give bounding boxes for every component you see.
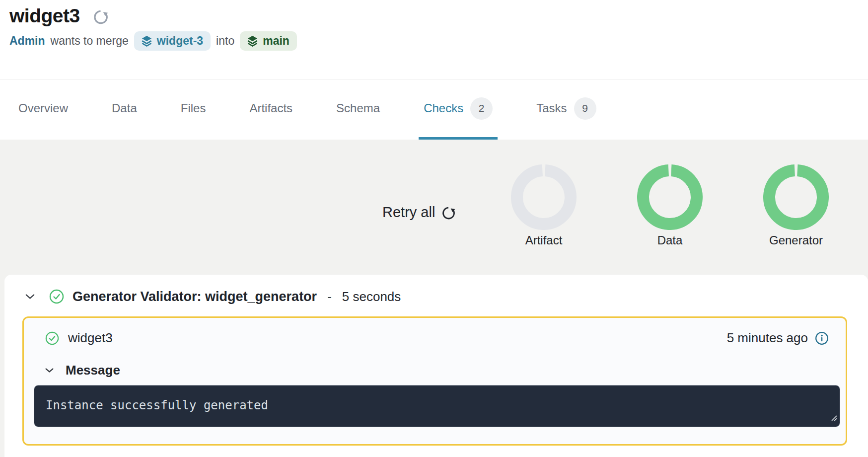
info-icon[interactable]: [815, 331, 829, 345]
checks-summary-section: Retry all Artifact Data Generator: [0, 140, 868, 275]
target-branch-name: main: [263, 34, 289, 48]
message-output-textarea[interactable]: Instance successfully generated: [34, 385, 840, 427]
chevron-down-icon[interactable]: [45, 368, 54, 373]
tab-bar: Overview Data Files Artifacts Schema Che…: [0, 79, 868, 140]
check-title: Generator Validator: widget_generator: [72, 289, 317, 305]
checks-detail-card: Generator Validator: widget_generator - …: [4, 275, 868, 457]
result-timestamp: 5 minutes ago: [727, 330, 808, 346]
tab-label: Checks: [424, 101, 463, 115]
author-link[interactable]: Admin: [9, 34, 45, 48]
tab-label: Tasks: [536, 101, 567, 115]
donut-ring-pending: [511, 164, 577, 230]
message-output-container: Instance successfully generated: [34, 385, 840, 427]
donut-label: Data: [657, 233, 683, 247]
source-branch-badge[interactable]: widget-3: [134, 31, 211, 51]
tab-files[interactable]: Files: [176, 79, 211, 140]
retry-icon: [441, 206, 455, 220]
check-duration: 5 seconds: [342, 289, 401, 305]
tab-label: Data: [112, 101, 137, 115]
tab-label: Overview: [18, 101, 68, 115]
tab-artifacts[interactable]: Artifacts: [244, 79, 297, 140]
tab-data[interactable]: Data: [107, 79, 142, 140]
page-title: widget3: [9, 5, 80, 27]
refresh-icon[interactable]: [93, 9, 108, 25]
merge-request-header: widget3 Admin wants to merge widget-3 in…: [0, 0, 868, 79]
donut-label: Artifact: [525, 233, 563, 247]
result-instance-name: widget3: [68, 330, 113, 346]
result-header-row: widget3 5 minutes ago: [45, 330, 829, 346]
retry-all-label: Retry all: [382, 204, 435, 221]
tab-schema[interactable]: Schema: [331, 79, 385, 140]
check-dash: -: [327, 289, 332, 305]
tab-label: Artifacts: [249, 101, 292, 115]
tab-label: Schema: [336, 101, 380, 115]
branch-layers-icon: [247, 35, 258, 47]
retry-all-button[interactable]: Retry all: [382, 204, 455, 221]
donut-artifact[interactable]: Artifact: [494, 164, 593, 247]
tab-label: Files: [181, 101, 206, 115]
chevron-down-icon[interactable]: [25, 294, 35, 300]
target-branch-badge[interactable]: main: [240, 31, 297, 51]
branch-layers-icon: [142, 35, 152, 47]
tab-checks-count-badge: 2: [470, 97, 493, 120]
donut-ring-passed: [637, 164, 703, 230]
message-section-header: Message: [45, 363, 829, 378]
check-status-donuts: Artifact Data Generator: [494, 164, 846, 247]
donut-data[interactable]: Data: [620, 164, 720, 247]
byline-preposition: into: [216, 34, 234, 48]
byline-action-text: wants to merge: [51, 34, 129, 48]
donut-generator[interactable]: Generator: [746, 164, 846, 247]
check-result-box: widget3 5 minutes ago Message Instance s…: [22, 316, 847, 446]
message-label: Message: [66, 363, 120, 378]
result-success-icon: [45, 331, 59, 345]
tab-tasks-count-badge: 9: [574, 97, 596, 120]
donut-label: Generator: [769, 233, 823, 247]
check-header-row: Generator Validator: widget_generator - …: [4, 288, 868, 305]
check-success-icon: [49, 289, 64, 304]
source-branch-name: widget-3: [157, 34, 203, 48]
tab-checks[interactable]: Checks 2: [419, 79, 498, 140]
merge-byline: Admin wants to merge widget-3 into: [0, 31, 868, 51]
resize-handle-icon[interactable]: [830, 414, 838, 424]
tab-overview[interactable]: Overview: [13, 79, 73, 140]
tab-tasks[interactable]: Tasks 9: [531, 79, 601, 140]
donut-ring-passed: [763, 164, 829, 230]
